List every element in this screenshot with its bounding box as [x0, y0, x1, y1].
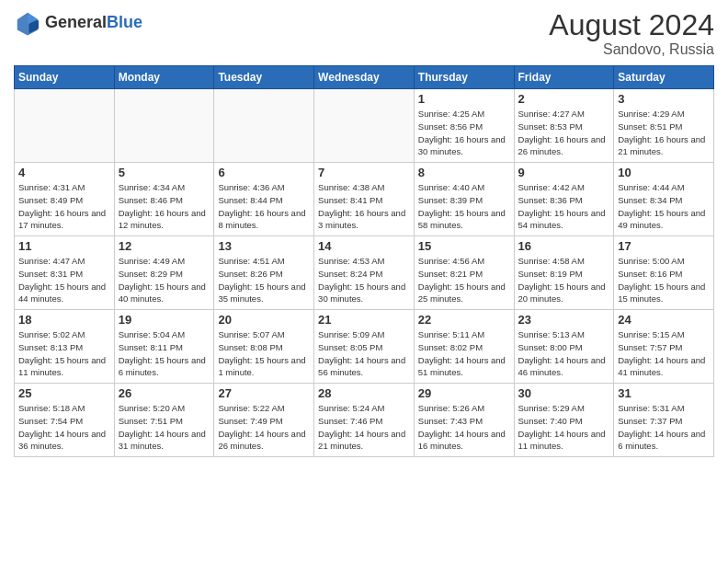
header-row: SundayMondayTuesdayWednesdayThursdayFrid… — [15, 66, 714, 89]
day-cell: 5Sunrise: 4:34 AM Sunset: 8:46 PM Daylig… — [114, 163, 214, 236]
day-number: 27 — [218, 386, 310, 400]
day-info: Sunrise: 4:38 AM Sunset: 8:41 PM Dayligh… — [318, 181, 410, 232]
day-info: Sunrise: 5:00 AM Sunset: 8:16 PM Dayligh… — [618, 255, 710, 305]
day-info: Sunrise: 5:20 AM Sunset: 7:51 PM Dayligh… — [119, 402, 210, 453]
day-info: Sunrise: 5:07 AM Sunset: 8:08 PM Dayligh… — [218, 328, 310, 379]
day-number: 19 — [119, 313, 210, 327]
day-cell: 14Sunrise: 4:53 AM Sunset: 8:24 PM Dayli… — [314, 236, 415, 310]
col-header-sunday: Sunday — [15, 66, 115, 89]
day-info: Sunrise: 4:58 AM Sunset: 8:19 PM Dayligh… — [518, 255, 610, 305]
day-cell: 19Sunrise: 5:04 AM Sunset: 8:11 PM Dayli… — [114, 310, 214, 384]
day-info: Sunrise: 4:34 AM Sunset: 8:46 PM Dayligh… — [119, 181, 210, 232]
day-info: Sunrise: 5:22 AM Sunset: 7:49 PM Dayligh… — [218, 402, 310, 453]
day-info: Sunrise: 5:09 AM Sunset: 8:05 PM Dayligh… — [318, 328, 410, 379]
day-number: 5 — [119, 166, 210, 179]
day-info: Sunrise: 5:13 AM Sunset: 8:00 PM Dayligh… — [518, 328, 610, 379]
week-row-1: 1Sunrise: 4:25 AM Sunset: 8:56 PM Daylig… — [15, 89, 714, 163]
day-number: 13 — [218, 239, 310, 253]
day-number: 10 — [618, 166, 710, 179]
location: Sandovo, Russia — [549, 41, 714, 58]
day-info: Sunrise: 4:40 AM Sunset: 8:39 PM Dayligh… — [418, 181, 510, 232]
day-cell: 9Sunrise: 4:42 AM Sunset: 8:36 PM Daylig… — [514, 163, 614, 236]
day-cell: 18Sunrise: 5:02 AM Sunset: 8:13 PM Dayli… — [15, 310, 115, 384]
day-number: 21 — [318, 313, 410, 327]
day-number: 9 — [518, 166, 610, 179]
day-info: Sunrise: 5:31 AM Sunset: 7:37 PM Dayligh… — [618, 402, 710, 453]
day-number: 4 — [18, 166, 110, 179]
day-number: 31 — [618, 386, 710, 400]
col-header-tuesday: Tuesday — [214, 66, 314, 89]
day-number: 6 — [218, 166, 310, 179]
day-cell: 15Sunrise: 4:56 AM Sunset: 8:21 PM Dayli… — [414, 236, 514, 310]
title-area: August 2024 Sandovo, Russia — [549, 9, 714, 58]
week-row-3: 11Sunrise: 4:47 AM Sunset: 8:31 PM Dayli… — [15, 236, 714, 310]
day-number: 22 — [418, 313, 510, 327]
day-info: Sunrise: 5:15 AM Sunset: 7:57 PM Dayligh… — [618, 328, 710, 379]
day-number: 23 — [518, 313, 610, 327]
logo-icon — [14, 9, 41, 37]
day-cell: 28Sunrise: 5:24 AM Sunset: 7:46 PM Dayli… — [314, 384, 415, 457]
month-year: August 2024 — [549, 9, 714, 41]
day-info: Sunrise: 5:11 AM Sunset: 8:02 PM Dayligh… — [418, 328, 510, 379]
day-cell: 3Sunrise: 4:29 AM Sunset: 8:51 PM Daylig… — [614, 89, 714, 163]
day-cell: 2Sunrise: 4:27 AM Sunset: 8:53 PM Daylig… — [514, 89, 614, 163]
day-cell: 17Sunrise: 5:00 AM Sunset: 8:16 PM Dayli… — [614, 236, 714, 310]
day-info: Sunrise: 4:51 AM Sunset: 8:26 PM Dayligh… — [218, 255, 310, 305]
week-row-2: 4Sunrise: 4:31 AM Sunset: 8:49 PM Daylig… — [15, 163, 714, 236]
day-cell: 7Sunrise: 4:38 AM Sunset: 8:41 PM Daylig… — [314, 163, 415, 236]
col-header-monday: Monday — [114, 66, 214, 89]
day-number: 18 — [18, 313, 110, 327]
day-cell: 26Sunrise: 5:20 AM Sunset: 7:51 PM Dayli… — [114, 384, 214, 457]
day-number: 28 — [318, 386, 410, 400]
day-info: Sunrise: 4:29 AM Sunset: 8:51 PM Dayligh… — [618, 108, 710, 158]
day-info: Sunrise: 5:02 AM Sunset: 8:13 PM Dayligh… — [18, 328, 110, 379]
day-number: 3 — [618, 92, 710, 106]
day-number: 25 — [18, 386, 110, 400]
day-info: Sunrise: 4:25 AM Sunset: 8:56 PM Dayligh… — [418, 108, 510, 158]
day-cell: 21Sunrise: 5:09 AM Sunset: 8:05 PM Dayli… — [314, 310, 415, 384]
day-info: Sunrise: 5:26 AM Sunset: 7:43 PM Dayligh… — [418, 402, 510, 453]
col-header-wednesday: Wednesday — [314, 66, 415, 89]
logo-blue: Blue — [107, 14, 142, 32]
day-cell — [314, 89, 415, 163]
col-header-saturday: Saturday — [614, 66, 714, 89]
day-cell: 10Sunrise: 4:44 AM Sunset: 8:34 PM Dayli… — [614, 163, 714, 236]
logo-text: GeneralBlue — [45, 14, 142, 32]
day-cell: 24Sunrise: 5:15 AM Sunset: 7:57 PM Dayli… — [614, 310, 714, 384]
day-number: 2 — [518, 92, 610, 106]
day-cell: 29Sunrise: 5:26 AM Sunset: 7:43 PM Dayli… — [414, 384, 514, 457]
day-info: Sunrise: 4:31 AM Sunset: 8:49 PM Dayligh… — [18, 181, 110, 232]
day-info: Sunrise: 4:44 AM Sunset: 8:34 PM Dayligh… — [618, 181, 710, 232]
day-cell: 1Sunrise: 4:25 AM Sunset: 8:56 PM Daylig… — [414, 89, 514, 163]
day-cell — [15, 89, 115, 163]
day-cell: 6Sunrise: 4:36 AM Sunset: 8:44 PM Daylig… — [214, 163, 314, 236]
calendar-table: SundayMondayTuesdayWednesdayThursdayFrid… — [14, 65, 714, 457]
day-cell — [114, 89, 214, 163]
logo: GeneralBlue — [14, 9, 142, 37]
day-number: 29 — [418, 386, 510, 400]
header: GeneralBlue August 2024 Sandovo, Russia — [14, 9, 714, 58]
day-number: 8 — [418, 166, 510, 179]
day-number: 17 — [618, 239, 710, 253]
day-number: 1 — [418, 92, 510, 106]
day-cell — [214, 89, 314, 163]
day-info: Sunrise: 5:24 AM Sunset: 7:46 PM Dayligh… — [318, 402, 410, 453]
day-info: Sunrise: 5:29 AM Sunset: 7:40 PM Dayligh… — [518, 402, 610, 453]
col-header-thursday: Thursday — [414, 66, 514, 89]
day-number: 24 — [618, 313, 710, 327]
week-row-4: 18Sunrise: 5:02 AM Sunset: 8:13 PM Dayli… — [15, 310, 714, 384]
day-info: Sunrise: 4:27 AM Sunset: 8:53 PM Dayligh… — [518, 108, 610, 158]
col-header-friday: Friday — [514, 66, 614, 89]
day-cell: 25Sunrise: 5:18 AM Sunset: 7:54 PM Dayli… — [15, 384, 115, 457]
day-info: Sunrise: 4:56 AM Sunset: 8:21 PM Dayligh… — [418, 255, 510, 305]
week-row-5: 25Sunrise: 5:18 AM Sunset: 7:54 PM Dayli… — [15, 384, 714, 457]
day-cell: 4Sunrise: 4:31 AM Sunset: 8:49 PM Daylig… — [15, 163, 115, 236]
day-cell: 31Sunrise: 5:31 AM Sunset: 7:37 PM Dayli… — [614, 384, 714, 457]
day-cell: 22Sunrise: 5:11 AM Sunset: 8:02 PM Dayli… — [414, 310, 514, 384]
day-number: 14 — [318, 239, 410, 253]
day-cell: 20Sunrise: 5:07 AM Sunset: 8:08 PM Dayli… — [214, 310, 314, 384]
day-number: 11 — [18, 239, 110, 253]
day-number: 15 — [418, 239, 510, 253]
day-info: Sunrise: 5:04 AM Sunset: 8:11 PM Dayligh… — [119, 328, 210, 379]
calendar-page: GeneralBlue August 2024 Sandovo, Russia … — [0, 0, 728, 563]
